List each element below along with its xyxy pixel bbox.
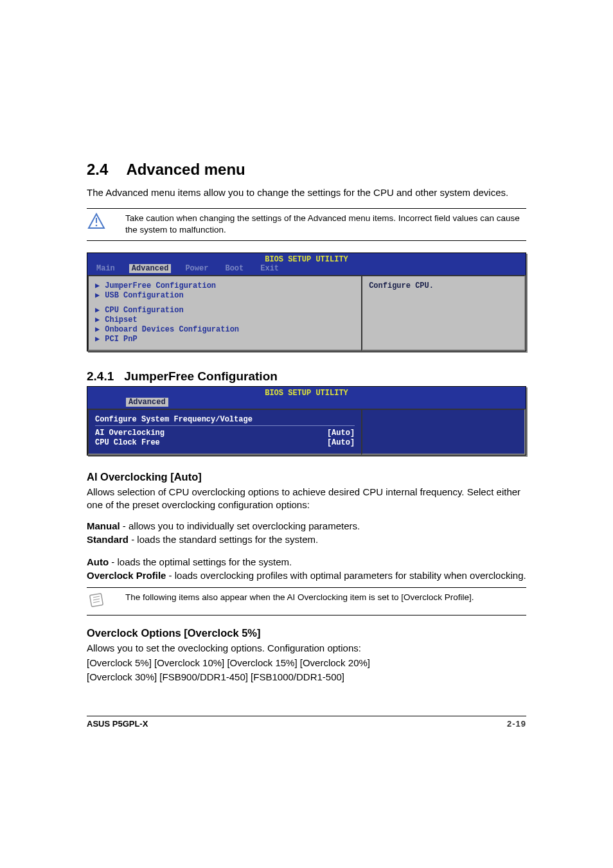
bios-item-label: Chipset xyxy=(105,315,137,325)
bios-help-text: Configure CPU. xyxy=(369,281,434,290)
bios-menu-item: ▶PCI PnP xyxy=(95,335,355,344)
option-line: Manual - allows you to individually set … xyxy=(87,520,526,531)
caution-block: Take caution when changing the settings … xyxy=(87,208,526,240)
bios-title: BIOS SETUP UTILITY xyxy=(87,387,526,398)
chevron-right-icon: ▶ xyxy=(95,315,100,325)
caution-icon xyxy=(87,213,111,232)
page-footer: ASUS P5GPL-X 2-19 xyxy=(87,716,526,729)
setting-line: [Overclock 30%] [FSB900/DDR1-450] [FSB10… xyxy=(87,671,526,684)
setting-heading: AI Overclocking [Auto] xyxy=(87,471,526,483)
chevron-right-icon: ▶ xyxy=(95,281,100,291)
bios-setting-value: [Auto] xyxy=(327,429,355,439)
section-title: Advanced menu xyxy=(126,161,245,178)
bios-tab-power: Power xyxy=(182,264,211,273)
subsection-heading: 2.4.1JumperFree Configuration xyxy=(87,369,526,384)
bios-menu-item: ▶JumperFree Configuration xyxy=(95,281,355,291)
bios-menu-item: ▶CPU Configuration xyxy=(95,306,355,315)
setting-line: [Overclock 5%] [Overclock 10%] [Overcloc… xyxy=(87,657,526,669)
bios-tabs: Main Advanced Power Boot Exit xyxy=(87,264,526,275)
bios-item-label: CPU Configuration xyxy=(105,306,183,315)
option-line: Overclock Profile - loads overclocking p… xyxy=(87,570,526,581)
bios-screenshot-jumperfree: BIOS SETUP UTILITY Advanced Configure Sy… xyxy=(87,386,526,456)
bios-setting-label: CPU Clock Free xyxy=(95,438,160,448)
svg-line-5 xyxy=(93,601,100,603)
option-name: Standard xyxy=(87,534,129,545)
section-number: 2.4 xyxy=(87,161,108,179)
option-name: Overclock Profile xyxy=(87,570,166,581)
chevron-right-icon: ▶ xyxy=(95,306,100,315)
bios-setting-row: AI Overclocking [Auto] xyxy=(95,429,355,439)
bios-tab-main: Main xyxy=(94,264,118,273)
bios-left-panel: ▶JumperFree Configuration ▶USB Configura… xyxy=(87,275,361,351)
caution-text: Take caution when changing the settings … xyxy=(111,213,526,236)
chevron-right-icon: ▶ xyxy=(95,325,100,335)
option-desc: - loads overclocking profiles with optim… xyxy=(166,570,526,581)
bios-help-panel xyxy=(361,409,526,455)
footer-page-number: 2-19 xyxy=(507,719,526,729)
svg-rect-2 xyxy=(90,594,103,607)
footer-product: ASUS P5GPL-X xyxy=(87,719,148,729)
bios-item-label: PCI PnP xyxy=(105,335,137,344)
setting-description: Allows selection of CPU overclocking opt… xyxy=(87,486,526,512)
option-name: Auto xyxy=(87,556,109,567)
section-heading: 2.4Advanced menu xyxy=(87,161,526,179)
bios-help-panel: Configure CPU. xyxy=(361,275,526,351)
option-desc: - loads the optimal settings for the sys… xyxy=(109,556,292,567)
subsection-number: 2.4.1 xyxy=(87,369,114,383)
svg-line-3 xyxy=(93,596,100,598)
option-line: Standard - loads the standard settings f… xyxy=(87,534,526,545)
note-block: The following items also appear when the… xyxy=(87,587,526,616)
bios-section-title: Configure System Frequency/Voltage xyxy=(95,415,355,426)
bios-setting-label: AI Overclocking xyxy=(95,429,164,439)
setting-line: Allows you to set the oveclocking option… xyxy=(87,642,526,655)
svg-line-4 xyxy=(93,599,100,600)
bios-tab-advanced: Advanced xyxy=(129,264,172,273)
bios-tab-exit: Exit xyxy=(258,264,281,273)
bios-tabs: Advanced xyxy=(87,398,526,409)
bios-setting-row: CPU Clock Free [Auto] xyxy=(95,438,355,448)
bios-tab-boot: Boot xyxy=(222,264,246,273)
option-desc: - allows you to individually set overclo… xyxy=(120,520,360,531)
note-text: The following items also appear when the… xyxy=(111,592,474,603)
note-icon xyxy=(87,592,111,611)
bios-screenshot-advanced-menu: BIOS SETUP UTILITY Main Advanced Power B… xyxy=(87,252,526,351)
svg-point-1 xyxy=(96,225,98,227)
section-intro: The Advanced menu items allow you to cha… xyxy=(87,186,526,199)
bios-menu-item: ▶Onboard Devices Configuration xyxy=(95,325,355,335)
option-name: Manual xyxy=(87,520,120,531)
bios-setting-value: [Auto] xyxy=(327,438,355,448)
bios-tab-advanced: Advanced xyxy=(126,398,168,407)
bios-left-panel: Configure System Frequency/Voltage AI Ov… xyxy=(87,409,361,455)
option-line: Auto - loads the optimal settings for th… xyxy=(87,556,526,567)
subsection-title: JumperFree Configuration xyxy=(124,369,278,383)
bios-menu-item: ▶USB Configuration xyxy=(95,291,355,301)
setting-heading: Overclock Options [Overclock 5%] xyxy=(87,627,526,639)
bios-title: BIOS SETUP UTILITY xyxy=(87,253,526,264)
bios-item-label: USB Configuration xyxy=(105,291,183,301)
bios-item-label: JumperFree Configuration xyxy=(105,281,216,291)
bios-item-label: Onboard Devices Configuration xyxy=(105,325,239,335)
option-desc: - loads the standard settings for the sy… xyxy=(129,534,318,545)
bios-menu-item: ▶Chipset xyxy=(95,315,355,325)
chevron-right-icon: ▶ xyxy=(95,335,100,344)
chevron-right-icon: ▶ xyxy=(95,291,100,301)
